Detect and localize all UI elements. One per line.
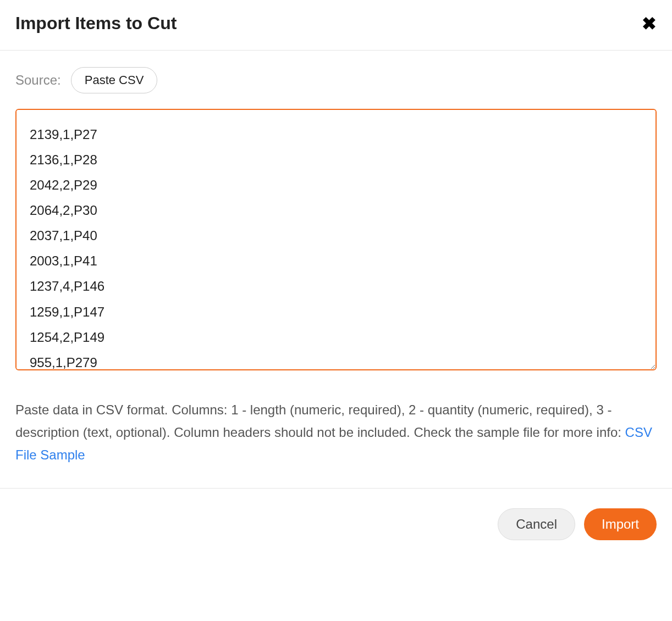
source-select-pill[interactable]: Paste CSV (71, 67, 158, 93)
help-text-body: Paste data in CSV format. Columns: 1 - l… (15, 402, 625, 440)
help-text: Paste data in CSV format. Columns: 1 - l… (15, 399, 657, 466)
close-icon[interactable]: ✖ (642, 15, 657, 32)
cancel-button[interactable]: Cancel (498, 508, 575, 540)
modal-footer: Cancel Import (0, 488, 672, 553)
modal-title: Import Items to Cut (15, 13, 177, 34)
import-modal: Import Items to Cut ✖ Source: Paste CSV … (0, 0, 672, 553)
import-button[interactable]: Import (584, 508, 657, 540)
modal-header: Import Items to Cut ✖ (0, 0, 672, 51)
source-row: Source: Paste CSV (15, 67, 657, 93)
source-label: Source: (15, 73, 61, 88)
modal-body: Source: Paste CSV Paste data in CSV form… (0, 51, 672, 488)
csv-paste-textarea[interactable] (15, 109, 657, 370)
